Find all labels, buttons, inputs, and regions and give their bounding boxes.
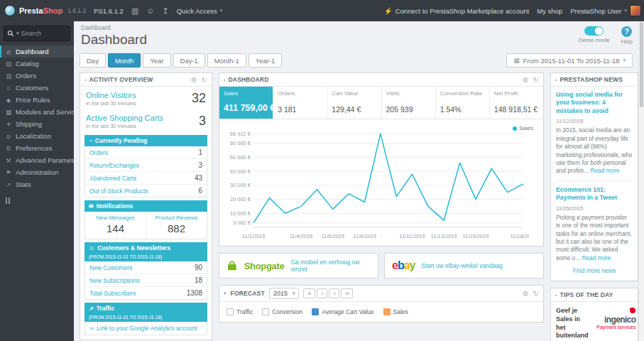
ebay-module-card[interactable]: ebay Start uw eBay-winkel vandaag [384, 253, 544, 278]
refresh-icon[interactable]: ↻ [533, 76, 539, 84]
kpi-orders[interactable]: Orders 3 181 [273, 87, 327, 119]
chevron-down-icon[interactable]: ▾ [16, 31, 19, 36]
sidebar-item-customers[interactable]: ☺ Customers [0, 82, 74, 94]
collapse-panel-icon[interactable]: ▾ [224, 291, 227, 296]
new-subscriptions-link[interactable]: New Subscriptions [89, 277, 139, 284]
sidebar-item-stats[interactable]: ↗ Stats [0, 178, 74, 190]
pending-returns-link[interactable]: Return/Exchanges [89, 162, 139, 169]
kpi-conversion-rate[interactable]: Conversion Rate 1.54% [436, 87, 490, 119]
sidebar-item-price-rules[interactable]: ◆ Price Rules [0, 94, 74, 106]
range-month-1-button[interactable]: Month-1 [207, 53, 246, 67]
forecast-legend-average-cart-value[interactable]: Average Cart Value [312, 308, 373, 315]
active-carts-link[interactable]: Active Shopping Carts [86, 114, 163, 122]
out-of-stock-link[interactable]: Out of Stock Products [89, 188, 148, 195]
collapse-menu-icon[interactable] [6, 197, 74, 204]
marketplace-link[interactable]: ⚡ Connect to PrestaShop Marketplace acco… [384, 7, 529, 15]
google-analytics-link[interactable]: ∞ Link to your Google Analytics account [89, 325, 202, 332]
range-year-1-button[interactable]: Year-1 [249, 53, 283, 67]
prestashop-news-panel: ▪ PRESTASHOP NEWS Using social media for… [550, 72, 638, 281]
range-year-button[interactable]: Year [143, 53, 170, 67]
news-article-title[interactable]: Using social media for your business: 4 … [556, 91, 633, 115]
sidebar-item-dashboard[interactable]: ⌂ Dashboard [0, 45, 74, 58]
prestashop-logo[interactable]: PrestaShop 1.6.1.2 [4, 5, 86, 16]
news-article-title[interactable]: Ecommerce 101: Payments in a Tweet [556, 186, 633, 202]
scrollbar-thumb[interactable] [640, 22, 643, 107]
sidebar-item-orders[interactable]: ▥ Orders [0, 70, 74, 82]
breadcrumb[interactable]: Dashboard [81, 24, 631, 31]
refresh-icon[interactable]: ↻ [202, 76, 207, 84]
forecast-year-select[interactable]: 2015 ▾ [269, 288, 300, 299]
settings-icon[interactable]: ⚙ [191, 76, 197, 84]
forecast-legend-conversion[interactable]: Conversion [262, 308, 302, 315]
total-subscribers-link[interactable]: Total Subscribers [89, 290, 136, 297]
sidebar-item-preferences[interactable]: ⚙ Preferences [0, 142, 74, 154]
checkbox-icon [312, 308, 319, 315]
kpi-visits[interactable]: Visits 205 939 [382, 87, 436, 119]
forecast-next-button[interactable]: › [329, 288, 339, 298]
svg-text:11/1/2015: 11/1/2015 [242, 233, 266, 239]
search-input[interactable] [21, 30, 62, 37]
read-more-link[interactable]: Read more [590, 167, 619, 174]
search-icon [7, 30, 14, 37]
shopgate-module-card[interactable]: Shopgate Ga mobiel en verhoog uw omzet [219, 253, 378, 278]
shop-name-link[interactable]: PS1.6.1.2 [94, 7, 124, 15]
profile-icon[interactable]: ☺ [146, 6, 154, 15]
demo-mode-toggle[interactable]: Demo mode [579, 26, 610, 43]
settings-icon[interactable]: ⚙ [523, 290, 529, 298]
online-visitors-link[interactable]: Online Visitors [86, 91, 136, 99]
checkbox-icon [227, 308, 234, 315]
range-month-button[interactable]: Month [108, 53, 141, 67]
find-more-news-link[interactable]: Find more news [551, 264, 638, 281]
pending-orders-link[interactable]: Orders [89, 149, 108, 156]
sidebar-item-advanced-parameters[interactable]: ⚒ Advanced Parameters [0, 154, 74, 166]
customers-icon: ☺ [5, 85, 12, 92]
shopgate-promo-link[interactable]: Ga mobiel en verhoog uw omzet [290, 259, 371, 273]
out-of-stock-value: 6 [198, 187, 202, 195]
forecast-legend-traffic[interactable]: Traffic [227, 308, 253, 315]
customers-title: Customers & Newsletters [97, 244, 170, 251]
page-scrollbar[interactable] [638, 21, 644, 341]
sidebar-item-shipping[interactable]: ✈ Shipping [0, 118, 74, 130]
help-label: Help [621, 38, 633, 45]
help-button[interactable]: ? Help [621, 26, 633, 45]
forecast-last-button[interactable]: » [341, 288, 353, 298]
user-menu[interactable]: PrestaShop User ▾ [570, 5, 641, 16]
prestashop-logo-icon [4, 5, 16, 16]
rocket-icon[interactable]: ↥ [163, 6, 169, 16]
svg-text:50 000 €: 50 000 € [230, 154, 251, 161]
new-customers-link[interactable]: New Customers [89, 264, 132, 271]
kpi-sales[interactable]: Sales 411 759,00 € [219, 87, 273, 119]
new-messages-cell[interactable]: New Messages 144 [85, 212, 146, 239]
settings-icon[interactable]: ⚙ [523, 76, 529, 84]
sidebar-item-catalog[interactable]: ▤ Catalog [0, 58, 74, 70]
cart-icon[interactable]: ▥ [131, 6, 138, 16]
sidebar-item-localization[interactable]: ◎ Localization [0, 130, 74, 142]
quick-access-menu[interactable]: Quick Access ▾ [177, 7, 223, 15]
forecast-legend-sales[interactable]: Sales [383, 308, 408, 315]
svg-text:11/11/2015: 11/11/2015 [399, 233, 425, 239]
chart-legend[interactable]: Sales [513, 125, 533, 131]
ebay-promo-link[interactable]: Start uw eBay-winkel vandaag [422, 262, 503, 269]
product-reviews-cell[interactable]: Product Reviews 882 [146, 212, 207, 239]
forecast-prev-button[interactable]: ‹ [317, 288, 327, 298]
range-day-button[interactable]: Day [80, 53, 106, 67]
sidebar-search[interactable]: ▾ [4, 26, 70, 41]
range-day-1-button[interactable]: Day-1 [173, 53, 205, 67]
stats-icon: ↗ [5, 181, 12, 188]
notifications-section: ✉ Notifications New Messages 144 Product… [84, 200, 207, 239]
sidebar-item-modules[interactable]: ▦ Modules and Services [0, 106, 74, 118]
dashboard-panel-title: DASHBOARD [228, 76, 268, 83]
sidebar-item-label: Shipping [16, 120, 42, 128]
sidebar-item-administration[interactable]: ⚑ Administration [0, 166, 74, 178]
refresh-icon[interactable]: ↻ [533, 290, 539, 298]
kpi-cart-value[interactable]: Cart Value 129,44 € [327, 87, 381, 119]
kpi-net-profit[interactable]: Net Profit 148 918,51 € [490, 87, 543, 119]
customers-row: New Subscriptions 18 [85, 274, 207, 287]
read-more-link[interactable]: Read more [582, 254, 611, 261]
my-shop-link[interactable]: My shop [537, 7, 562, 15]
new-subscriptions-value: 18 [195, 276, 202, 284]
svg-text:20 000 €: 20 000 € [230, 196, 251, 202]
date-range-picker[interactable]: ▦ From 2015-11-01 To 2015-11-18 ▾ [506, 53, 633, 67]
abandoned-carts-link[interactable]: Abandoned Carts [89, 175, 136, 182]
forecast-first-button[interactable]: « [303, 288, 315, 298]
